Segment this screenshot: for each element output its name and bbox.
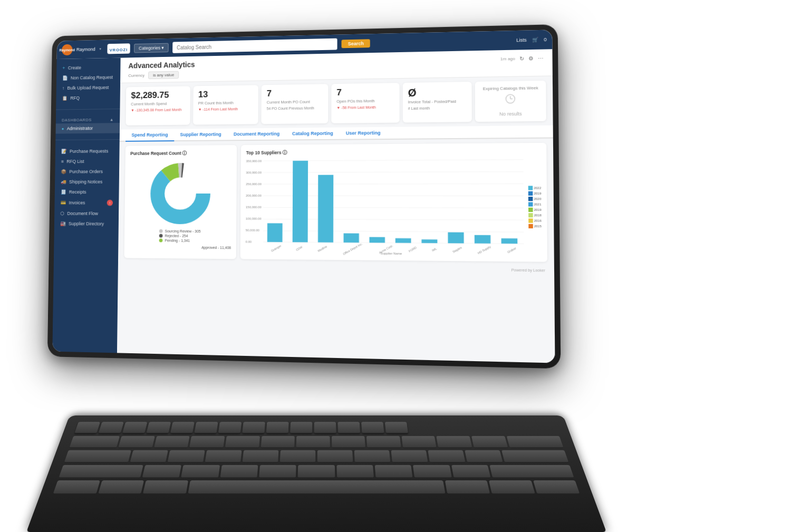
tab-spend-reporting[interactable]: Spend Reporting <box>126 129 174 142</box>
key[interactable] <box>167 450 205 463</box>
invoices-item[interactable]: 💳 Invoices ! <box>54 197 119 208</box>
spacebar-key[interactable] <box>188 480 445 494</box>
tab-supplier-reporting[interactable]: Supplier Reporting <box>174 129 228 141</box>
shipping-notices-item[interactable]: 🚚 Shipping Notices <box>55 177 119 187</box>
key[interactable] <box>471 436 508 448</box>
key[interactable] <box>225 436 260 448</box>
key[interactable] <box>296 436 330 448</box>
key[interactable] <box>143 480 188 494</box>
categories-button[interactable]: Categories ▾ <box>134 43 169 53</box>
key[interactable] <box>290 422 312 433</box>
key[interactable] <box>266 422 289 433</box>
chevron-icon: ▾ <box>161 45 164 51</box>
key[interactable] <box>366 436 401 448</box>
key[interactable] <box>391 450 428 463</box>
catalog-search-input[interactable] <box>172 38 337 53</box>
key[interactable] <box>130 450 168 463</box>
donut-svg <box>147 160 214 227</box>
kpi-change-open-po: ▼ -58 From Last Month <box>336 105 394 109</box>
kpi-change-pr: ▼ -114 From Last Month <box>198 107 254 111</box>
tablet-screen: Raymond Raymond ▾ VROOZI Categories ▾ Se… <box>52 30 555 363</box>
key[interactable] <box>243 450 279 463</box>
key[interactable] <box>314 422 336 433</box>
refresh-icon[interactable]: ↻ <box>519 55 524 61</box>
filter-chip[interactable]: is any value <box>148 71 179 80</box>
key[interactable] <box>142 465 181 478</box>
flow-icon: ⬡ <box>60 211 64 216</box>
key[interactable] <box>259 465 296 478</box>
purchase-orders-item[interactable]: 📦 Purchase Orders <box>55 167 119 177</box>
key[interactable] <box>413 465 452 478</box>
key[interactable] <box>361 422 384 433</box>
create-menu-item[interactable]: + Create <box>56 62 120 73</box>
search-button[interactable]: Search <box>342 39 370 48</box>
key[interactable] <box>451 465 491 478</box>
key[interactable] <box>428 450 465 463</box>
key[interactable] <box>437 436 472 448</box>
key[interactable] <box>74 422 100 433</box>
key[interactable] <box>336 465 374 478</box>
key[interactable] <box>69 436 120 448</box>
more-icon[interactable]: ⋯ <box>538 55 544 61</box>
key[interactable] <box>53 480 100 494</box>
rfq-list-item[interactable]: ≡ RFQ List <box>55 156 120 167</box>
key[interactable] <box>401 436 437 448</box>
bars-svg <box>263 158 524 245</box>
key[interactable] <box>298 465 335 478</box>
key[interactable] <box>354 450 391 463</box>
cart-icon[interactable]: 🛒 <box>532 37 538 42</box>
administrator-item[interactable]: ● Administrator <box>56 123 120 133</box>
key[interactable] <box>64 450 131 463</box>
lists-link[interactable]: Lists <box>516 37 527 43</box>
tab-user-reporting[interactable]: User Reporting <box>340 127 387 140</box>
key[interactable] <box>181 465 220 478</box>
shift-right-key[interactable] <box>489 465 574 478</box>
expiring-catalogs-card: Expiring Catalogs this Week No results <box>475 81 546 122</box>
key[interactable] <box>317 450 353 463</box>
bulk-upload-item[interactable]: ↑ Bulk Upload Request <box>56 82 120 93</box>
tablet-shell: Raymond Raymond ▾ VROOZI Categories ▾ Se… <box>47 24 561 369</box>
tab-catalog-reporting[interactable]: Catalog Reporting <box>286 128 340 141</box>
shift-key[interactable] <box>59 465 143 478</box>
key[interactable] <box>337 422 360 433</box>
key[interactable] <box>98 422 123 433</box>
key[interactable] <box>189 436 225 448</box>
document-flow-item[interactable]: ⬡ Document Flow <box>54 208 119 219</box>
purchase-requests-item[interactable]: 📝 Purchase Requests <box>55 146 120 157</box>
invoices-label: Invoices <box>69 200 85 206</box>
key[interactable] <box>445 480 490 494</box>
key[interactable] <box>154 436 190 448</box>
app-logo: VROOZI <box>107 43 130 54</box>
key[interactable] <box>122 422 148 433</box>
supplier-directory-item[interactable]: 🏭 Supplier Directory <box>54 218 119 229</box>
key[interactable] <box>194 422 218 433</box>
user-avatar[interactable]: Raymond <box>62 44 73 55</box>
x-axis-title: Supplier Name <box>263 251 524 256</box>
user-reporting-label: User Reporting <box>346 130 381 136</box>
key[interactable] <box>489 480 535 494</box>
non-catalog-request-item[interactable]: 📄 Non Catalog Request <box>56 72 120 83</box>
settings-icon[interactable]: ⚙ <box>528 55 534 61</box>
key[interactable] <box>118 436 155 448</box>
key[interactable] <box>261 436 295 448</box>
key[interactable] <box>465 450 503 463</box>
key[interactable] <box>280 450 315 463</box>
bars-container: Grainger CDW Medline Office Depot Inc. A… <box>263 158 524 256</box>
key[interactable] <box>506 436 564 448</box>
key[interactable] <box>533 480 580 494</box>
key[interactable] <box>146 422 171 433</box>
key[interactable] <box>170 422 195 433</box>
rfq-item[interactable]: 📋 RFQ <box>56 92 120 103</box>
key[interactable] <box>385 422 408 433</box>
key[interactable] <box>375 465 413 478</box>
key[interactable] <box>205 450 242 463</box>
key[interactable] <box>220 465 258 478</box>
key[interactable] <box>218 422 242 433</box>
key[interactable] <box>98 480 144 494</box>
legend-color-2017 <box>528 213 533 217</box>
key[interactable] <box>242 422 265 433</box>
key[interactable] <box>332 436 365 448</box>
key[interactable] <box>501 450 569 463</box>
tab-document-reporting[interactable]: Document Reporting <box>227 128 286 141</box>
receipts-item[interactable]: 🧾 Receipts <box>55 187 119 197</box>
